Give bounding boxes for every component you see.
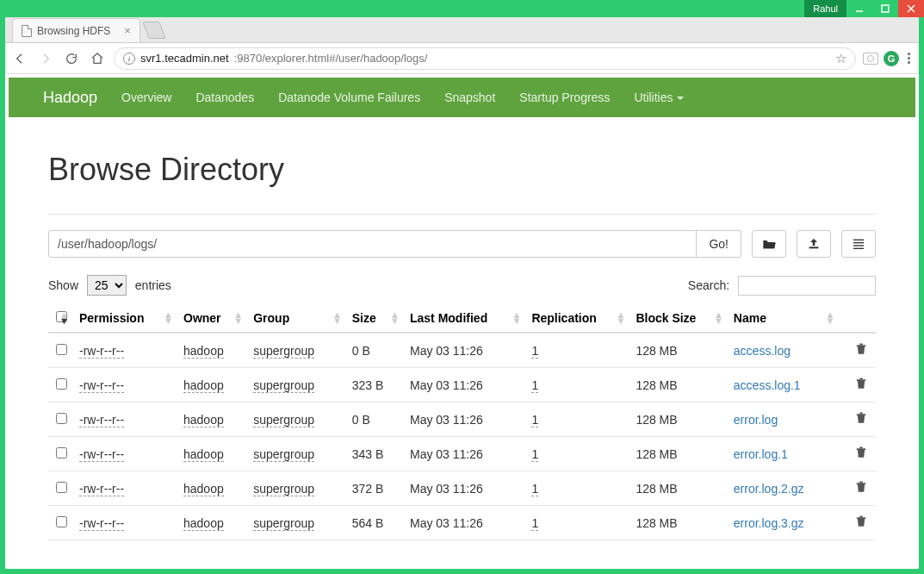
reload-button[interactable] <box>62 49 81 68</box>
page-viewport[interactable]: Hadoop Overview Datanodes Datanode Volum… <box>5 74 919 569</box>
browser-tab[interactable]: Browsing HDFS × <box>12 18 140 42</box>
cell-replication[interactable]: 1 <box>531 516 538 531</box>
app-navbar: Hadoop Overview Datanodes Datanode Volum… <box>9 78 915 117</box>
file-link[interactable]: error.log.1 <box>734 447 788 461</box>
nav-snapshot[interactable]: Snapshot <box>444 90 495 104</box>
path-input[interactable] <box>48 230 697 258</box>
svg-rect-11 <box>857 379 866 381</box>
cell-owner[interactable]: hadoop <box>183 413 224 427</box>
search-input[interactable] <box>738 276 876 296</box>
table-header-row: ▲▼ Permission▲▼ Owner▲▼ Group▲▼ Size▲▼ L… <box>48 304 876 333</box>
row-checkbox[interactable] <box>56 413 67 424</box>
cell-replication[interactable]: 1 <box>531 378 538 393</box>
cell-replication[interactable]: 1 <box>531 482 538 496</box>
cell-permission[interactable]: -rw-r--r-- <box>79 344 124 359</box>
cell-permission[interactable]: -rw-r--r-- <box>79 447 124 462</box>
bookmark-star-icon[interactable]: ☆ <box>835 51 846 66</box>
cell-replication[interactable]: 1 <box>531 413 538 427</box>
nav-overview[interactable]: Overview <box>121 90 171 104</box>
svg-rect-19 <box>857 517 866 519</box>
cell-size: 0 B <box>347 402 405 437</box>
window-close-button[interactable] <box>898 0 924 17</box>
cell-permission[interactable]: -rw-r--r-- <box>79 516 124 531</box>
delete-button[interactable] <box>840 333 876 368</box>
entries-select[interactable]: 25 <box>87 275 127 296</box>
table-row: -rw-r--r--hadoopsupergroup564 BMay 03 11… <box>48 506 876 540</box>
cell-group[interactable]: supergroup <box>253 344 314 359</box>
file-link[interactable]: error.log <box>734 413 778 427</box>
cell-group[interactable]: supergroup <box>253 378 314 393</box>
nav-utilities[interactable]: Utilities <box>634 90 683 104</box>
delete-button[interactable] <box>840 506 876 540</box>
cell-block-size: 128 MB <box>630 506 728 540</box>
cell-permission[interactable]: -rw-r--r-- <box>79 482 124 496</box>
list-view-button[interactable] <box>841 230 876 258</box>
cell-group[interactable]: supergroup <box>253 516 314 531</box>
url-box[interactable]: i svr1.tecadmin.net:9870/explorer.html#/… <box>114 47 856 70</box>
window-maximize-button[interactable] <box>872 0 898 17</box>
cell-modified: May 03 11:26 <box>405 402 526 437</box>
delete-button[interactable] <box>840 368 876 402</box>
window-minimize-button[interactable] <box>846 0 872 17</box>
cell-permission[interactable]: -rw-r--r-- <box>79 378 124 393</box>
col-permission: Permission▲▼ <box>74 304 178 333</box>
svg-rect-9 <box>857 345 866 346</box>
site-info-icon[interactable]: i <box>123 53 135 65</box>
cell-group[interactable]: supergroup <box>253 447 314 462</box>
delete-button[interactable] <box>840 471 876 506</box>
row-checkbox[interactable] <box>56 447 67 459</box>
file-link[interactable]: error.log.2.gz <box>734 482 804 496</box>
svg-rect-15 <box>857 448 866 450</box>
row-checkbox[interactable] <box>56 482 67 493</box>
file-link[interactable]: access.log <box>734 344 791 358</box>
tab-close-icon[interactable]: × <box>124 24 131 37</box>
row-checkbox[interactable] <box>56 378 67 390</box>
file-link[interactable]: error.log.3.gz <box>734 516 804 530</box>
window-user-badge[interactable]: Rahul <box>804 0 846 17</box>
cell-size: 372 B <box>347 471 405 506</box>
app-brand[interactable]: Hadoop <box>43 89 97 107</box>
cell-owner[interactable]: hadoop <box>183 344 224 359</box>
cell-permission[interactable]: -rw-r--r-- <box>79 413 124 427</box>
open-folder-button[interactable] <box>752 230 786 258</box>
cell-block-size: 128 MB <box>630 471 728 506</box>
cell-group[interactable]: supergroup <box>253 413 314 427</box>
cell-owner[interactable]: hadoop <box>183 378 224 393</box>
extension-grammarly-icon[interactable]: G <box>884 51 899 66</box>
cell-replication[interactable]: 1 <box>531 447 538 462</box>
go-button[interactable]: Go! <box>697 230 741 258</box>
delete-button[interactable] <box>840 402 876 437</box>
col-owner: Owner▲▼ <box>178 304 248 333</box>
nav-startup-progress[interactable]: Startup Progress <box>519 90 610 104</box>
table-row: -rw-r--r--hadoopsupergroup0 BMay 03 11:2… <box>48 402 876 437</box>
nav-datanodes[interactable]: Datanodes <box>195 90 254 104</box>
browser-menu-button[interactable] <box>904 53 914 64</box>
row-checkbox[interactable] <box>56 344 67 355</box>
cell-replication[interactable]: 1 <box>531 344 538 359</box>
table-row: -rw-r--r--hadoopsupergroup343 BMay 03 11… <box>48 437 876 471</box>
file-link[interactable]: access.log.1 <box>734 378 801 392</box>
home-button[interactable] <box>88 49 107 68</box>
cell-group[interactable]: supergroup <box>253 482 314 496</box>
screenshot-icon[interactable] <box>863 53 878 65</box>
tab-title: Browsing HDFS <box>37 25 110 37</box>
row-checkbox[interactable] <box>56 516 67 527</box>
cell-owner[interactable]: hadoop <box>183 447 224 462</box>
url-path: :9870/explorer.html#/user/hadoop/logs/ <box>234 52 428 65</box>
upload-button[interactable] <box>797 230 831 258</box>
search-control: Search: <box>688 276 876 296</box>
nav-datanode-volume-failures[interactable]: Datanode Volume Failures <box>278 90 420 104</box>
cell-size: 564 B <box>347 506 405 540</box>
back-button[interactable] <box>10 49 29 68</box>
new-tab-button[interactable] <box>142 22 165 39</box>
url-host: svr1.tecadmin.net <box>140 52 229 65</box>
table-row: -rw-r--r--hadoopsupergroup0 BMay 03 11:2… <box>48 333 876 368</box>
cell-size: 0 B <box>347 333 405 368</box>
cell-owner[interactable]: hadoop <box>183 516 224 531</box>
cell-owner[interactable]: hadoop <box>183 482 224 496</box>
forward-button[interactable] <box>36 49 55 68</box>
col-actions <box>840 304 876 333</box>
cell-size: 343 B <box>347 437 405 471</box>
delete-button[interactable] <box>840 437 876 471</box>
svg-rect-17 <box>857 483 866 484</box>
